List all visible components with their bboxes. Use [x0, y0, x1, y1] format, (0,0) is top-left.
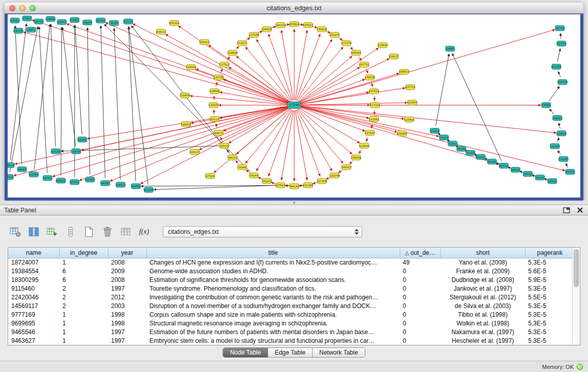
- graph-node[interactable]: 102455: [85, 177, 95, 182]
- graph-node[interactable]: 142004: [186, 64, 196, 70]
- graph-edge[interactable]: [296, 34, 320, 101]
- graph-edge[interactable]: [350, 161, 353, 164]
- table-edit-icon[interactable]: [45, 225, 59, 239]
- graph-node[interactable]: 90412: [523, 171, 532, 177]
- column-header-in-degree[interactable]: in_degree: [59, 248, 108, 258]
- tab-network-table[interactable]: Network Table: [313, 348, 365, 357]
- graph-node[interactable]: 108302: [181, 122, 191, 127]
- graph-node[interactable]: 15958: [541, 102, 551, 107]
- graph-node[interactable]: 18634: [83, 20, 92, 25]
- table-cell[interactable]: Yano et al. (2008): [441, 258, 525, 267]
- graph-node[interactable]: 20116: [51, 149, 60, 154]
- tab-node-table[interactable]: Node Table: [223, 348, 268, 357]
- table-cell[interactable]: Genome-wide association studies in ADHD.: [146, 267, 400, 275]
- graph-edge[interactable]: [366, 137, 368, 141]
- graph-node[interactable]: 23110: [124, 19, 133, 24]
- graph-node[interactable]: 124830: [378, 42, 388, 48]
- table-row[interactable]: 1872400712008Changes of HCN gene express…: [8, 258, 572, 267]
- graph-node[interactable]: 177176: [341, 40, 352, 46]
- table-cell[interactable]: Embryonic stem cells: a model to study s…: [146, 336, 400, 345]
- table-cell[interactable]: Investigating the contribution of common…: [146, 293, 400, 301]
- graph-edge[interactable]: [51, 24, 55, 146]
- graph-edge[interactable]: [15, 26, 21, 164]
- graph-node[interactable]: 109137: [389, 54, 399, 59]
- close-window-button[interactable]: [9, 5, 15, 11]
- table-cell[interactable]: 0: [400, 310, 441, 319]
- graph-edge[interactable]: [285, 186, 290, 186]
- table-cell[interactable]: 2008: [108, 258, 146, 267]
- graph-node[interactable]: 112064: [29, 172, 39, 177]
- table-cell[interactable]: 6: [59, 275, 108, 284]
- graph-node[interactable]: 77315: [466, 150, 475, 156]
- graph-edge[interactable]: [295, 110, 308, 180]
- graph-edge[interactable]: [281, 30, 294, 100]
- graph-node[interactable]: 166409: [262, 27, 272, 32]
- new-file-icon[interactable]: [82, 225, 96, 239]
- graph-node[interactable]: 208111: [156, 29, 166, 34]
- graph-edge[interactable]: [359, 57, 361, 61]
- graph-node[interactable]: 22764: [96, 18, 105, 23]
- graph-node[interactable]: 85410: [499, 163, 508, 168]
- graph-edge[interactable]: [299, 88, 405, 104]
- graph-node[interactable]: 104139: [557, 79, 568, 84]
- table-plain-icon[interactable]: [119, 225, 133, 239]
- table-cell[interactable]: 0: [400, 327, 441, 336]
- table-cell[interactable]: 1: [59, 310, 108, 319]
- graph-edge[interactable]: [246, 37, 250, 40]
- graph-node[interactable]: 80212: [476, 155, 485, 160]
- table-cell[interactable]: Tourette syndrome. Phenomenology and cla…: [146, 284, 400, 293]
- table-cell[interactable]: Dudbridge et al. (2008): [441, 275, 525, 284]
- graph-edge[interactable]: [557, 138, 559, 142]
- graph-node[interactable]: 149818: [317, 27, 327, 32]
- graph-edge[interactable]: [221, 69, 223, 73]
- graph-node[interactable]: 92450: [132, 184, 141, 189]
- table-cell[interactable]: 0: [400, 319, 441, 327]
- graph-edge[interactable]: [269, 34, 293, 101]
- graph-edge[interactable]: [350, 47, 353, 50]
- graph-edge[interactable]: [269, 110, 293, 177]
- table-cell[interactable]: 0: [400, 293, 441, 301]
- panel-splitter[interactable]: [0, 201, 588, 205]
- graph-edge[interactable]: [179, 26, 290, 102]
- table-row[interactable]: 1830029562008Estimation of significance …: [8, 275, 572, 284]
- graph-edge[interactable]: [299, 103, 407, 105]
- table-cell[interactable]: 5.5E-5: [525, 293, 572, 301]
- graph-node[interactable]: 124759: [213, 75, 224, 80]
- graph-node[interactable]: 151344: [303, 183, 313, 188]
- table-cell[interactable]: 5.3E-5: [525, 310, 572, 319]
- graph-edge[interactable]: [236, 47, 239, 50]
- graph-node[interactable]: 20135: [14, 28, 23, 33]
- graph-edge[interactable]: [229, 108, 290, 143]
- table-row[interactable]: 1938455462009Genome-wide association stu…: [8, 267, 572, 275]
- table-cell[interactable]: 0: [400, 301, 441, 310]
- table-row[interactable]: 969969511998Structural magnetic resonanc…: [8, 319, 572, 327]
- graph-node[interactable]: 185083: [351, 50, 361, 55]
- graph-node[interactable]: 155822: [289, 21, 299, 27]
- graph-node[interactable]: 19547: [57, 19, 67, 25]
- graph-edge[interactable]: [271, 27, 276, 28]
- table-cell[interactable]: Wolkin et al. (1998): [441, 319, 525, 327]
- table-cell[interactable]: 2: [59, 293, 108, 301]
- graph-node[interactable]: 131065: [558, 157, 569, 162]
- table-row[interactable]: 1456911722003Disruption of a novel membe…: [8, 301, 572, 310]
- graph-edge[interactable]: [258, 178, 262, 180]
- table-cell[interactable]: 0: [400, 275, 441, 284]
- float-panel-icon[interactable]: [562, 207, 571, 214]
- graph-edge[interactable]: [61, 27, 62, 176]
- graph-edge[interactable]: [435, 54, 449, 126]
- graph-edge[interactable]: [299, 79, 365, 103]
- graph-edge[interactable]: [299, 106, 404, 119]
- graph-edge[interactable]: [297, 110, 332, 171]
- graph-node[interactable]: 16932: [46, 16, 55, 21]
- table-cell[interactable]: 0: [400, 267, 441, 275]
- graph-node[interactable]: 121062: [369, 117, 379, 122]
- column-header-pagerank[interactable]: pagerank: [525, 248, 572, 258]
- table-cell[interactable]: 18724007: [8, 258, 59, 267]
- graph-edge[interactable]: [339, 37, 343, 40]
- graph-node[interactable]: 155423: [303, 23, 313, 28]
- graph-node[interactable]: 137715: [405, 84, 416, 90]
- graph-node[interactable]: 120631: [208, 102, 219, 107]
- table-vertical-scrollbar[interactable]: [572, 248, 580, 345]
- graph-node[interactable]: 91740: [555, 26, 564, 31]
- graph-node[interactable]: 121064: [407, 100, 418, 105]
